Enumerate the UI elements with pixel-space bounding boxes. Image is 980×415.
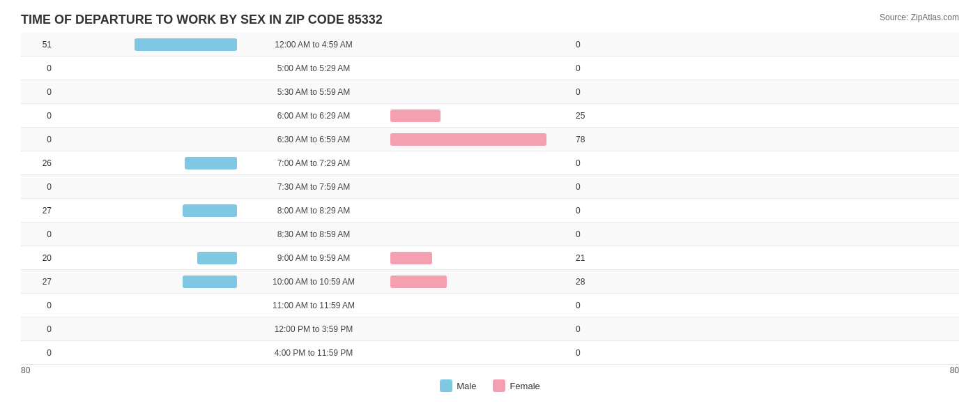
right-bar-area (390, 276, 572, 288)
male-value: 27 (21, 206, 56, 216)
table-row: 0 5:00 AM to 5:29 AM 0 (21, 56, 959, 80)
left-bar-area (56, 157, 237, 169)
time-label: 9:00 AM to 9:59 AM (237, 253, 390, 263)
table-row: 0 12:00 PM to 3:59 PM 0 (21, 317, 959, 341)
male-value: 26 (21, 158, 56, 168)
table-row: 0 8:30 AM to 8:59 AM 0 (21, 222, 959, 246)
time-label: 12:00 PM to 3:59 PM (237, 324, 390, 334)
left-bar-area (56, 62, 237, 75)
left-bar-area (56, 252, 237, 264)
table-row: 51 12:00 AM to 4:59 AM 0 (21, 33, 959, 56)
legend: Male Female (21, 379, 959, 392)
time-label: 6:00 AM to 6:29 AM (237, 111, 390, 121)
male-legend-box (440, 379, 452, 392)
chart-title: TIME OF DEPARTURE TO WORK BY SEX IN ZIP … (21, 13, 959, 27)
male-value: 51 (21, 40, 56, 50)
right-bar-area (390, 347, 572, 359)
left-bar-area (56, 110, 237, 122)
left-bar-area (56, 276, 237, 288)
chart-area: 51 12:00 AM to 4:59 AM 0 0 5:00 AM to 5:… (21, 33, 959, 365)
right-bar-area (390, 204, 572, 217)
female-value: 0 (572, 229, 606, 239)
male-value: 0 (21, 324, 56, 334)
female-value: 0 (572, 63, 606, 73)
female-value: 0 (572, 158, 606, 168)
female-value: 21 (572, 253, 606, 263)
time-label: 8:00 AM to 8:29 AM (237, 206, 390, 216)
male-value: 0 (21, 348, 56, 358)
right-bar-area (390, 181, 572, 193)
female-value: 28 (572, 277, 606, 287)
left-bar-area (56, 347, 237, 359)
table-row: 27 8:00 AM to 8:29 AM 0 (21, 199, 959, 222)
table-row: 20 9:00 AM to 9:59 AM 21 (21, 246, 959, 270)
table-row: 27 10:00 AM to 10:59 AM 28 (21, 270, 959, 294)
time-label: 7:30 AM to 7:59 AM (237, 182, 390, 192)
male-bar (183, 276, 237, 288)
female-legend-label: Female (510, 381, 539, 391)
male-bar (135, 38, 237, 51)
male-value: 0 (21, 182, 56, 192)
female-value: 25 (572, 111, 606, 121)
male-bar (185, 157, 237, 169)
time-label: 4:00 PM to 11:59 PM (237, 348, 390, 358)
time-label: 5:00 AM to 5:29 AM (237, 63, 390, 73)
table-row: 0 6:30 AM to 6:59 AM 78 (21, 128, 959, 151)
table-row: 0 5:30 AM to 5:59 AM 0 (21, 80, 959, 104)
female-value: 78 (572, 135, 606, 144)
female-bar (390, 110, 441, 122)
female-value: 0 (572, 87, 606, 97)
male-value: 20 (21, 253, 56, 263)
left-bar-area (56, 133, 237, 146)
time-label: 12:00 AM to 4:59 AM (237, 40, 390, 50)
female-legend-box (493, 379, 505, 392)
table-row: 0 7:30 AM to 7:59 AM 0 (21, 175, 959, 199)
time-label: 6:30 AM to 6:59 AM (237, 135, 390, 144)
left-bar-area (56, 38, 237, 51)
legend-female: Female (493, 379, 539, 392)
time-label: 5:30 AM to 5:59 AM (237, 87, 390, 97)
right-bar-area (390, 110, 572, 122)
table-row: 26 7:00 AM to 7:29 AM 0 (21, 151, 959, 175)
left-bar-area (56, 181, 237, 193)
male-value: 0 (21, 87, 56, 97)
time-label: 11:00 AM to 11:59 AM (237, 301, 390, 310)
male-legend-label: Male (457, 381, 476, 391)
source-text: Source: ZipAtlas.com (880, 13, 959, 22)
table-row: 0 6:00 AM to 6:29 AM 25 (21, 104, 959, 128)
right-bar-area (390, 62, 572, 75)
male-bar (183, 204, 237, 217)
female-bar (390, 276, 447, 288)
right-bar-area (390, 133, 572, 146)
left-bar-area (56, 299, 237, 312)
female-value: 0 (572, 182, 606, 192)
legend-male: Male (440, 379, 476, 392)
male-value: 0 (21, 229, 56, 239)
time-label: 8:30 AM to 8:59 AM (237, 229, 390, 239)
female-bar (390, 133, 546, 146)
axis-labels: 80 80 (21, 365, 959, 375)
table-row: 0 11:00 AM to 11:59 AM 0 (21, 294, 959, 317)
right-bar-area (390, 323, 572, 335)
male-value: 0 (21, 63, 56, 73)
male-value: 0 (21, 111, 56, 121)
right-bar-area (390, 86, 572, 98)
female-value: 0 (572, 324, 606, 334)
male-value: 27 (21, 277, 56, 287)
male-value: 0 (21, 135, 56, 144)
axis-right: 80 (950, 365, 959, 375)
time-label: 10:00 AM to 10:59 AM (237, 277, 390, 287)
chart-container: TIME OF DEPARTURE TO WORK BY SEX IN ZIP … (0, 0, 980, 415)
right-bar-area (390, 252, 572, 264)
female-bar (390, 252, 432, 264)
right-bar-area (390, 299, 572, 312)
female-value: 0 (572, 301, 606, 310)
left-bar-area (56, 323, 237, 335)
axis-left: 80 (21, 365, 30, 375)
right-bar-area (390, 157, 572, 169)
female-value: 0 (572, 348, 606, 358)
male-bar (197, 252, 238, 264)
left-bar-area (56, 228, 237, 241)
left-bar-area (56, 86, 237, 98)
female-value: 0 (572, 206, 606, 216)
